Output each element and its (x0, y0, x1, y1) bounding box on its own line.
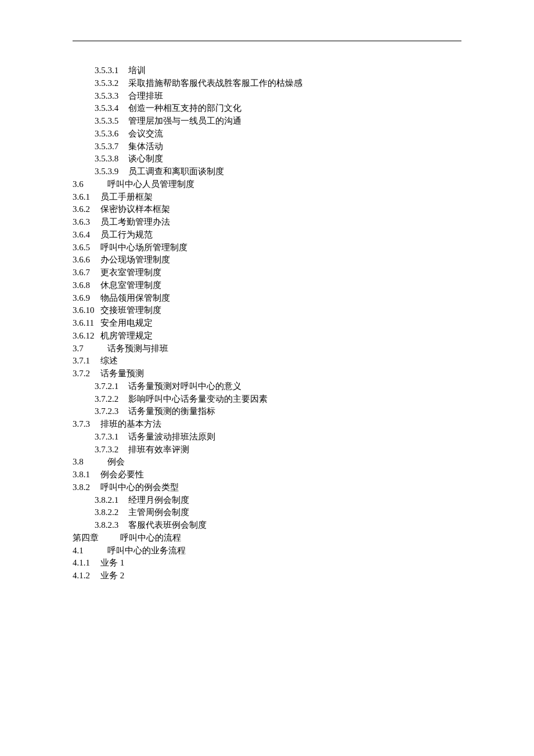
toc-entry: 3.6.1员工手册框架 (73, 191, 461, 204)
toc-entry-number: 3.6.11 (73, 317, 100, 330)
toc-entry-title: 话务量预测 (100, 369, 144, 378)
toc-entry: 3.5.3.1培训 (73, 64, 461, 77)
toc-entry-title: 合理排班 (128, 91, 163, 100)
toc-entry-title: 员工考勤管理办法 (100, 217, 170, 226)
toc-entry-title: 会议交流 (128, 129, 163, 138)
toc-entry-number: 第四章 (73, 532, 103, 545)
toc-entry-number: 3.6.1 (73, 191, 100, 204)
toc-entry-number: 3.5.3.1 (95, 64, 128, 77)
toc-entry: 3.8.2呼叫中心的例会类型 (73, 481, 461, 494)
toc-entry-title: 例会必要性 (100, 470, 144, 479)
toc-entry-title: 员工行为规范 (100, 230, 153, 239)
toc-entry: 3.5.3.2采取措施帮助客服代表战胜客服工作的枯燥感 (73, 77, 461, 90)
toc-entry: 3.6.9物品领用保管制度 (73, 292, 461, 305)
toc-entry-title: 经理月例会制度 (128, 495, 189, 505)
toc-entry: 3.6.11安全用电规定 (73, 317, 461, 330)
toc-entry-number: 3.7.2.3 (95, 405, 128, 418)
toc-entry-number: 3.7.3 (73, 418, 100, 431)
toc-entry-title: 话务量波动排班法原则 (128, 432, 215, 441)
toc-entry: 3.5.3.9员工调查和离职面谈制度 (73, 165, 461, 178)
toc-entry-number: 3.8.2.1 (95, 494, 128, 507)
toc-entry-number: 3.6.4 (73, 229, 100, 242)
toc-entry-number: 3.5.3.9 (95, 165, 128, 178)
toc-entry-title: 排班的基本方法 (100, 419, 161, 429)
toc-entry: 3.8例会 (73, 456, 461, 469)
toc-entry-number: 3.7.2.1 (95, 380, 128, 393)
toc-entry-title: 业务 2 (100, 571, 124, 580)
toc-entry-title: 安全用电规定 (100, 318, 153, 327)
toc-entry-number: 4.1.1 (73, 557, 100, 570)
toc-entry-number: 3.8.1 (73, 469, 100, 481)
toc-entry-number: 3.8.2.2 (95, 506, 128, 519)
toc-entry: 3.6.4员工行为规范 (73, 229, 461, 242)
toc-entry-number: 3.6.8 (73, 279, 100, 292)
toc-entry: 4.1.1业务 1 (73, 557, 461, 570)
toc-entry-title: 综述 (100, 356, 118, 365)
toc-entry-number: 3.6.10 (73, 304, 100, 317)
toc-entry-title: 呼叫中心场所管理制度 (100, 243, 187, 252)
toc-entry: 3.6.8休息室管理制度 (73, 279, 461, 292)
toc-entry-title: 业务 1 (100, 558, 124, 567)
toc-entry: 3.7.3.2排班有效率评测 (73, 444, 461, 456)
toc-entry-title: 创造一种相互支持的部门文化 (128, 103, 241, 113)
toc-entry-title: 采取措施帮助客服代表战胜客服工作的枯燥感 (128, 78, 302, 88)
toc-entry: 3.7.2.2影响呼叫中心话务量变动的主要因素 (73, 393, 461, 406)
toc-entry-number: 3.7.2.2 (95, 393, 128, 406)
toc-entry: 3.5.3.5管理层加强与一线员工的沟通 (73, 115, 461, 128)
toc-entry: 3.8.2.2主管周例会制度 (73, 506, 461, 519)
toc-entry-number: 3.5.3.3 (95, 90, 128, 103)
toc-entry: 3.7.3.1话务量波动排班法原则 (73, 431, 461, 444)
toc-entry: 3.6.3员工考勤管理办法 (73, 216, 461, 229)
toc-entry-number: 3.6.3 (73, 216, 100, 229)
toc-entry: 3.5.3.6会议交流 (73, 128, 461, 141)
toc-entry: 3.8.2.3客服代表班例会制度 (73, 519, 461, 532)
toc-entry-title: 保密协议样本框架 (100, 204, 170, 214)
toc-entry-number: 3.7.3.2 (95, 444, 128, 456)
toc-entry: 3.5.3.4创造一种相互支持的部门文化 (73, 102, 461, 115)
toc-entry-title: 谈心制度 (128, 154, 163, 163)
toc-entry-title: 呼叫中心的流程 (120, 533, 181, 542)
toc-entry-number: 3.5.3.6 (95, 128, 128, 141)
toc-entry-number: 3.6.12 (73, 330, 100, 343)
toc-entry: 3.7.3排班的基本方法 (73, 418, 461, 431)
toc-entry-title: 物品领用保管制度 (100, 293, 170, 303)
toc-entry-number: 3.5.3.5 (95, 115, 128, 128)
toc-entry: 3.7.2.3话务量预测的衡量指标 (73, 405, 461, 418)
toc-entry-title: 客服代表班例会制度 (128, 520, 207, 530)
toc-entry-title: 话务量预测对呼叫中心的意义 (128, 381, 241, 391)
toc-entry-number: 3.6 (73, 178, 95, 191)
toc-entry-number: 3.8.2.3 (95, 519, 128, 532)
toc-entry: 3.6呼叫中心人员管理制度 (73, 178, 461, 191)
toc-entry: 3.5.3.3合理排班 (73, 90, 461, 103)
toc-entry-number: 4.1.2 (73, 570, 100, 582)
toc-entry-title: 呼叫中心的例会类型 (100, 483, 179, 492)
toc-entry-title: 集体活动 (128, 142, 163, 151)
toc-entry-title: 排班有效率评测 (128, 445, 189, 454)
toc-entry-number: 3.5.3.7 (95, 141, 128, 153)
toc-entry-title: 办公现场管理制度 (100, 255, 170, 264)
toc-entry: 4.1.2业务 2 (73, 570, 461, 582)
toc-entry: 3.6.6办公现场管理制度 (73, 254, 461, 267)
toc-entry: 3.6.5呼叫中心场所管理制度 (73, 242, 461, 254)
toc-entry-title: 呼叫中心的业务流程 (107, 546, 186, 555)
toc-entry-number: 3.7 (73, 343, 95, 355)
toc-entry: 3.6.10交接班管理制度 (73, 304, 461, 317)
toc-entry: 3.5.3.8谈心制度 (73, 153, 461, 165)
toc-entry-title: 员工手册框架 (100, 192, 153, 201)
toc-entry-number: 3.6.7 (73, 267, 100, 279)
toc-entry-title: 员工调查和离职面谈制度 (128, 167, 224, 176)
toc-entry-number: 3.8 (73, 456, 95, 469)
toc-entry-title: 例会 (107, 457, 125, 466)
toc-entry-number: 3.6.2 (73, 203, 100, 216)
toc-entry-title: 机房管理规定 (100, 331, 153, 340)
toc-entry: 3.5.3.7集体活动 (73, 141, 461, 153)
toc-entry-title: 管理层加强与一线员工的沟通 (128, 116, 241, 125)
toc-entry: 3.6.2保密协议样本框架 (73, 203, 461, 216)
toc-entry-number: 3.5.3.8 (95, 153, 128, 165)
toc-entry: 3.6.7更衣室管理制度 (73, 267, 461, 279)
toc-entry: 第四章呼叫中心的流程 (73, 532, 461, 545)
toc-entry-title: 话务量预测的衡量指标 (128, 406, 215, 416)
toc-entry-title: 话务预测与排班 (107, 344, 168, 353)
toc-entry-number: 3.7.1 (73, 355, 100, 368)
toc-entry-number: 3.7.3.1 (95, 431, 128, 444)
